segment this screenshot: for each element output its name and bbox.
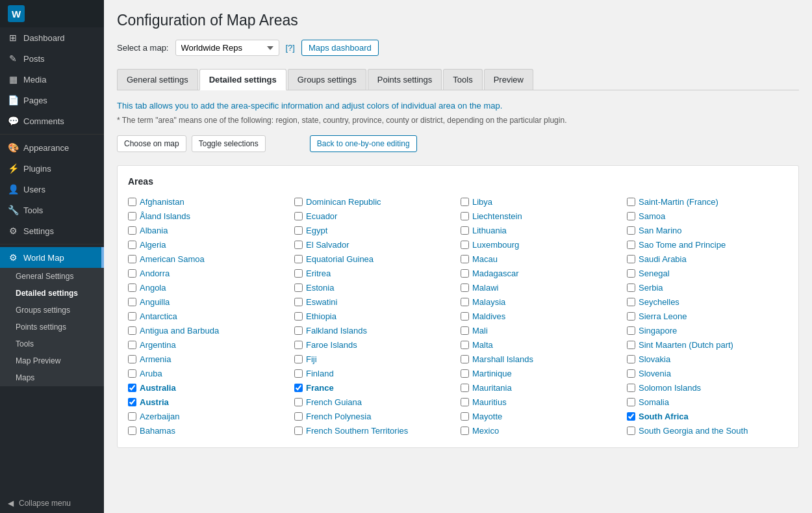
area-label[interactable]: Mauritius bbox=[472, 397, 507, 407]
area-label[interactable]: Egypt bbox=[306, 226, 327, 235]
area-label[interactable]: Aruba bbox=[140, 369, 162, 378]
area-checkbox[interactable] bbox=[294, 269, 303, 278]
sidebar-item-appearance[interactable]: 🎨 Appearance bbox=[0, 137, 104, 158]
area-checkbox[interactable] bbox=[294, 427, 303, 435]
sidebar-sub-tools[interactable]: Tools bbox=[0, 335, 104, 352]
area-checkbox[interactable] bbox=[461, 312, 469, 321]
collapse-menu-button[interactable]: ◀ Collapse menu bbox=[0, 493, 104, 513]
area-checkbox[interactable] bbox=[461, 269, 469, 278]
area-label[interactable]: Falkland Islands bbox=[306, 326, 367, 335]
area-label[interactable]: Malta bbox=[472, 340, 493, 350]
maps-dashboard-button[interactable]: Maps dashboard bbox=[301, 40, 379, 56]
tab-points[interactable]: Points settings bbox=[368, 69, 442, 90]
back-to-editing-button[interactable]: Back to one-by-one editing bbox=[310, 135, 417, 152]
area-label[interactable]: French Guiana bbox=[306, 397, 362, 407]
area-label[interactable]: Senegal bbox=[639, 269, 670, 278]
area-checkbox[interactable] bbox=[627, 226, 635, 235]
area-label[interactable]: Mexico bbox=[472, 426, 499, 436]
tab-preview[interactable]: Preview bbox=[484, 69, 533, 90]
area-label[interactable]: Angola bbox=[140, 283, 166, 293]
area-checkbox[interactable] bbox=[294, 326, 303, 335]
area-label[interactable]: San Marino bbox=[639, 226, 681, 235]
area-label[interactable]: Equatorial Guinea bbox=[306, 254, 374, 264]
area-checkbox[interactable] bbox=[627, 269, 635, 278]
area-checkbox[interactable] bbox=[294, 412, 303, 421]
area-label[interactable]: Afghanistan bbox=[140, 197, 184, 207]
area-checkbox[interactable] bbox=[627, 384, 635, 392]
sidebar-sub-detailed-settings[interactable]: Detailed settings bbox=[0, 285, 104, 302]
sidebar-item-posts[interactable]: ✎ Posts bbox=[0, 48, 104, 69]
area-checkbox[interactable] bbox=[627, 427, 635, 435]
area-checkbox[interactable] bbox=[294, 298, 303, 306]
area-label[interactable]: Albania bbox=[140, 226, 168, 235]
area-label[interactable]: Mayotte bbox=[472, 412, 502, 421]
area-checkbox[interactable] bbox=[461, 355, 469, 363]
area-checkbox[interactable] bbox=[627, 412, 635, 421]
area-label[interactable]: Slovenia bbox=[639, 369, 671, 378]
area-checkbox[interactable] bbox=[128, 269, 136, 278]
area-label[interactable]: Andorra bbox=[140, 269, 170, 278]
area-label[interactable]: Mali bbox=[472, 326, 488, 335]
area-label[interactable]: Saint-Martin (France) bbox=[639, 197, 718, 207]
area-checkbox[interactable] bbox=[128, 355, 136, 363]
area-checkbox[interactable] bbox=[294, 198, 303, 206]
area-checkbox[interactable] bbox=[294, 369, 303, 378]
area-checkbox[interactable] bbox=[627, 298, 635, 306]
area-checkbox[interactable] bbox=[128, 312, 136, 321]
area-checkbox[interactable] bbox=[461, 341, 469, 349]
area-checkbox[interactable] bbox=[128, 427, 136, 435]
area-checkbox[interactable] bbox=[461, 283, 469, 292]
area-checkbox[interactable] bbox=[627, 341, 635, 349]
sidebar-sub-map-preview[interactable]: Map Preview bbox=[0, 352, 104, 369]
toggle-selections-button[interactable]: Toggle selections bbox=[192, 135, 266, 152]
area-label[interactable]: Sint Maarten (Dutch part) bbox=[639, 340, 733, 350]
area-label[interactable]: Maldives bbox=[472, 311, 505, 321]
area-label[interactable]: Azerbaijan bbox=[140, 412, 179, 421]
area-checkbox[interactable] bbox=[128, 255, 136, 263]
area-checkbox[interactable] bbox=[461, 298, 469, 306]
area-label[interactable]: Dominican Republic bbox=[306, 197, 381, 207]
area-label[interactable]: South Georgia and the South bbox=[639, 426, 748, 436]
sidebar-item-users[interactable]: 👤 Users bbox=[0, 179, 104, 200]
area-label[interactable]: Eritrea bbox=[306, 269, 331, 278]
area-label[interactable]: Austria bbox=[140, 397, 169, 407]
area-label[interactable]: Solomon Islands bbox=[639, 383, 701, 393]
area-label[interactable]: Luxembourg bbox=[472, 240, 519, 250]
area-checkbox[interactable] bbox=[128, 369, 136, 378]
area-checkbox[interactable] bbox=[627, 212, 635, 220]
area-checkbox[interactable] bbox=[461, 241, 469, 249]
area-checkbox[interactable] bbox=[128, 326, 136, 335]
area-checkbox[interactable] bbox=[461, 212, 469, 220]
area-label[interactable]: Anguilla bbox=[140, 297, 170, 307]
area-label[interactable]: French Polynesia bbox=[306, 412, 371, 421]
area-label[interactable]: American Samoa bbox=[140, 254, 205, 264]
area-label[interactable]: Argentina bbox=[140, 340, 176, 350]
area-checkbox[interactable] bbox=[461, 326, 469, 335]
area-checkbox[interactable] bbox=[627, 255, 635, 263]
sidebar-sub-groups-settings[interactable]: Groups settings bbox=[0, 302, 104, 319]
area-checkbox[interactable] bbox=[461, 369, 469, 378]
area-label[interactable]: Malawi bbox=[472, 283, 498, 293]
map-select-dropdown[interactable]: Worldwide Reps bbox=[175, 40, 279, 56]
sidebar-item-pages[interactable]: 📄 Pages bbox=[0, 90, 104, 111]
area-checkbox[interactable] bbox=[294, 398, 303, 406]
area-checkbox[interactable] bbox=[128, 298, 136, 306]
area-label[interactable]: Samoa bbox=[639, 211, 665, 221]
area-checkbox[interactable] bbox=[461, 255, 469, 263]
area-label[interactable]: Martinique bbox=[472, 369, 512, 378]
area-checkbox[interactable] bbox=[128, 198, 136, 206]
area-checkbox[interactable] bbox=[627, 283, 635, 292]
sidebar-item-settings[interactable]: ⚙ Settings bbox=[0, 220, 104, 241]
sidebar-sub-general-settings[interactable]: General Settings bbox=[0, 268, 104, 285]
area-checkbox[interactable] bbox=[627, 198, 635, 206]
area-label[interactable]: Faroe Islands bbox=[306, 340, 357, 350]
area-checkbox[interactable] bbox=[627, 369, 635, 378]
area-checkbox[interactable] bbox=[128, 226, 136, 235]
area-checkbox[interactable] bbox=[627, 355, 635, 363]
area-checkbox[interactable] bbox=[461, 198, 469, 206]
area-checkbox[interactable] bbox=[294, 283, 303, 292]
area-checkbox[interactable] bbox=[294, 241, 303, 249]
area-checkbox[interactable] bbox=[294, 341, 303, 349]
area-label[interactable]: Ethiopia bbox=[306, 311, 336, 321]
area-label[interactable]: Serbia bbox=[639, 283, 663, 293]
